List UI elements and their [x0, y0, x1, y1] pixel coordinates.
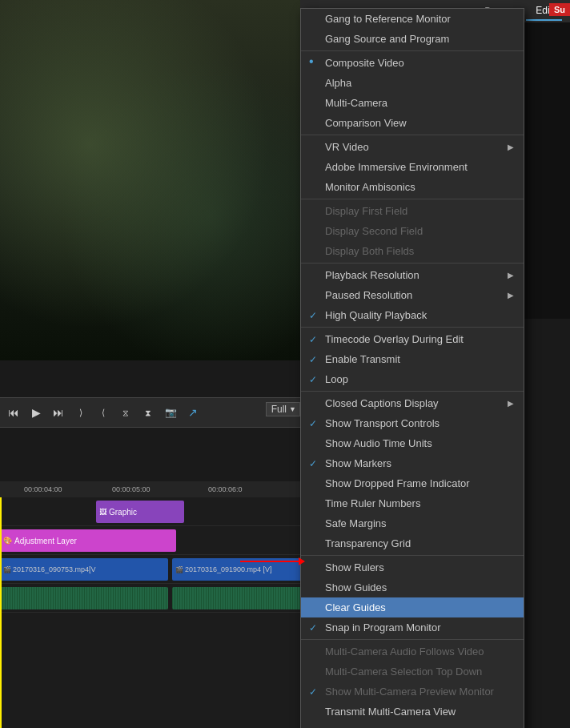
- menu-item-monitor-ambisonics[interactable]: Monitor Ambisonics: [301, 177, 524, 197]
- menu-item-gang-source[interactable]: Gang Source and Program: [301, 29, 524, 49]
- menu-label-gang-reference: Gang to Reference Monitor: [325, 13, 451, 25]
- menu-label-snap-in-program: Snap in Program Monitor: [325, 621, 441, 633]
- camera-button[interactable]: 📷: [161, 403, 180, 422]
- checkmark-enable-transmit: ✓: [309, 354, 317, 365]
- menu-item-timecode-overlay[interactable]: ✓Timecode Overlay During Edit: [301, 329, 524, 349]
- step-forward-button[interactable]: ⏭: [49, 403, 68, 422]
- menu-label-time-ruler-numbers: Time Ruler Numbers: [325, 497, 420, 509]
- menu-item-loop[interactable]: ✓Loop: [301, 369, 524, 389]
- clip-audio-1[interactable]: [0, 587, 168, 609]
- menu-label-transmit-multicam: Transmit Multi-Camera View: [325, 706, 456, 718]
- checkmark-snap-in-program: ✓: [309, 622, 317, 633]
- menu-label-closed-captions: Closed Captions Display: [325, 397, 439, 409]
- menu-item-closed-captions[interactable]: Closed Captions Display▶: [301, 393, 524, 413]
- menu-label-timecode-overlay: Timecode Overlay During Edit: [325, 333, 464, 345]
- menu-item-snap-in-program[interactable]: ✓Snap in Program Monitor: [301, 617, 524, 638]
- menu-item-adobe-immersive[interactable]: Adobe Immersive Environment: [301, 157, 524, 177]
- track-row-graphic: 🖼 Graphic: [0, 497, 300, 526]
- time-ruler: 00:00:04:00 00:00:05:00 00:00:06:0: [0, 481, 300, 497]
- video-preview: [0, 0, 300, 360]
- menu-item-gang-reference[interactable]: Gang to Reference Monitor: [301, 9, 524, 29]
- menu-label-show-dropped-frame: Show Dropped Frame Indicator: [325, 477, 470, 489]
- menu-item-playback-resolution[interactable]: Playback Resolution▶: [301, 265, 524, 285]
- menu-item-composite-video[interactable]: •Composite Video: [301, 53, 524, 73]
- submenu-arrow-playback-resolution: ▶: [508, 271, 514, 280]
- clip-video-1[interactable]: 🎬 20170316_090753.mp4[V: [0, 558, 168, 581]
- menu-label-enable-transmit: Enable Transmit: [325, 353, 400, 365]
- menu-item-show-audio-time[interactable]: Show Audio Time Units: [301, 433, 524, 453]
- menu-label-display-first-field: Display First Field: [325, 205, 407, 217]
- menu-item-show-rulers[interactable]: Show Rulers: [301, 557, 524, 577]
- export-button[interactable]: ↗: [183, 403, 203, 422]
- separator: [301, 391, 524, 392]
- track-row-video: 🎬 20170316_090753.mp4[V 🎬 20170316_09190…: [0, 555, 300, 584]
- separator: [301, 327, 524, 328]
- menu-label-show-audio-time: Show Audio Time Units: [325, 437, 432, 449]
- checkmark-timecode-overlay: ✓: [309, 334, 317, 345]
- menu-item-clear-guides[interactable]: Clear Guides: [301, 597, 524, 617]
- badge: Su: [549, 3, 570, 16]
- menu-item-show-dropped-frame[interactable]: Show Dropped Frame Indicator: [301, 473, 524, 493]
- menu-label-safe-margins: Safe Margins: [325, 517, 387, 529]
- menu-item-display-both-fields: Display Both Fields: [301, 241, 524, 261]
- submenu-arrow-paused-resolution: ▶: [508, 291, 514, 300]
- menu-item-comparison-view[interactable]: Comparison View: [301, 113, 524, 133]
- red-arrow-indicator: [240, 561, 304, 562]
- tracks-area: 🖼 Graphic 🎨 Adjustment Layer 🎬 20170316_…: [0, 497, 300, 728]
- menu-label-alpha: Alpha: [325, 77, 351, 89]
- rolling-edit-button[interactable]: ⧗: [138, 403, 158, 422]
- menu-label-show-rulers: Show Rulers: [325, 561, 384, 573]
- separator: [301, 50, 524, 51]
- context-menu: Gang to Reference MonitorGang Source and…: [300, 8, 524, 728]
- clip-adjustment[interactable]: 🎨 Adjustment Layer: [0, 529, 176, 552]
- menu-item-high-quality-playback[interactable]: ✓High Quality Playback: [301, 305, 524, 325]
- clip-audio-2[interactable]: [172, 587, 300, 609]
- menu-item-transparency-grid[interactable]: Transparency Grid: [301, 533, 524, 553]
- mark-in-button[interactable]: ⟩: [71, 403, 90, 422]
- separator: [301, 135, 524, 135]
- menu-label-loop: Loop: [325, 373, 348, 385]
- clip-graphic[interactable]: 🖼 Graphic: [96, 501, 184, 523]
- menu-label-display-both-fields: Display Both Fields: [325, 245, 414, 257]
- menu-item-paused-resolution[interactable]: Paused Resolution▶: [301, 285, 524, 305]
- submenu-arrow-closed-captions: ▶: [508, 399, 514, 408]
- menu-label-show-transport: Show Transport Controls: [325, 417, 440, 429]
- menu-item-show-markers[interactable]: ✓Show Markers: [301, 453, 524, 473]
- menu-item-show-guides[interactable]: Show Guides: [301, 577, 524, 597]
- menu-label-show-guides: Show Guides: [325, 581, 387, 593]
- menu-label-monitor-ambisonics: Monitor Ambisonics: [325, 181, 415, 193]
- menu-label-multi-camera: Multi-Camera: [325, 97, 387, 109]
- menu-item-display-first-field: Display First Field: [301, 201, 524, 221]
- menu-label-paused-resolution: Paused Resolution: [325, 289, 412, 301]
- track-row-adjustment: 🎨 Adjustment Layer: [0, 526, 300, 555]
- menu-label-clear-guides: Clear Guides: [325, 601, 386, 613]
- menu-item-time-ruler-numbers[interactable]: Time Ruler Numbers: [301, 493, 524, 513]
- checkmark-loop: ✓: [309, 374, 317, 385]
- menu-label-adobe-immersive: Adobe Immersive Environment: [325, 161, 468, 173]
- menu-item-safe-margins[interactable]: Safe Margins: [301, 513, 524, 533]
- menu-item-show-transport[interactable]: ✓Show Transport Controls: [301, 413, 524, 433]
- menu-item-multi-camera[interactable]: Multi-Camera: [301, 93, 524, 113]
- timecode-2: 00:00:05:00: [112, 485, 151, 493]
- playhead-indicator: [0, 497, 2, 728]
- ripple-button[interactable]: ⧖: [116, 403, 135, 422]
- menu-label-multicam-selection: Multi-Camera Selection Top Down: [325, 666, 482, 678]
- mark-out-button[interactable]: ⟨: [94, 403, 113, 422]
- menu-item-multicam-audio: Multi-Camera Audio Follows Video: [301, 642, 524, 662]
- menu-item-display-second-field: Display Second Field: [301, 221, 524, 241]
- menu-label-vr-video: VR Video: [325, 141, 369, 153]
- go-to-start-button[interactable]: ⏮: [4, 403, 23, 422]
- menu-label-show-multicam-preview: Show Multi-Camera Preview Monitor: [325, 686, 494, 698]
- menu-item-enable-transmit[interactable]: ✓Enable Transmit: [301, 349, 524, 369]
- menu-item-transmit-multicam[interactable]: Transmit Multi-Camera View: [301, 702, 524, 722]
- resolution-dropdown[interactable]: Full ▼: [266, 402, 300, 416]
- menu-item-multicam-selection: Multi-Camera Selection Top Down: [301, 662, 524, 682]
- timecode-3: 00:00:06:0: [208, 485, 243, 493]
- play-button[interactable]: ▶: [26, 403, 46, 422]
- menu-item-vr-video[interactable]: VR Video▶: [301, 137, 524, 157]
- menu-item-edit-cameras[interactable]: Edit Cameras...: [301, 722, 524, 728]
- separator: [301, 263, 524, 263]
- separator: [301, 639, 524, 640]
- menu-item-alpha[interactable]: Alpha: [301, 73, 524, 93]
- separator: [301, 199, 524, 199]
